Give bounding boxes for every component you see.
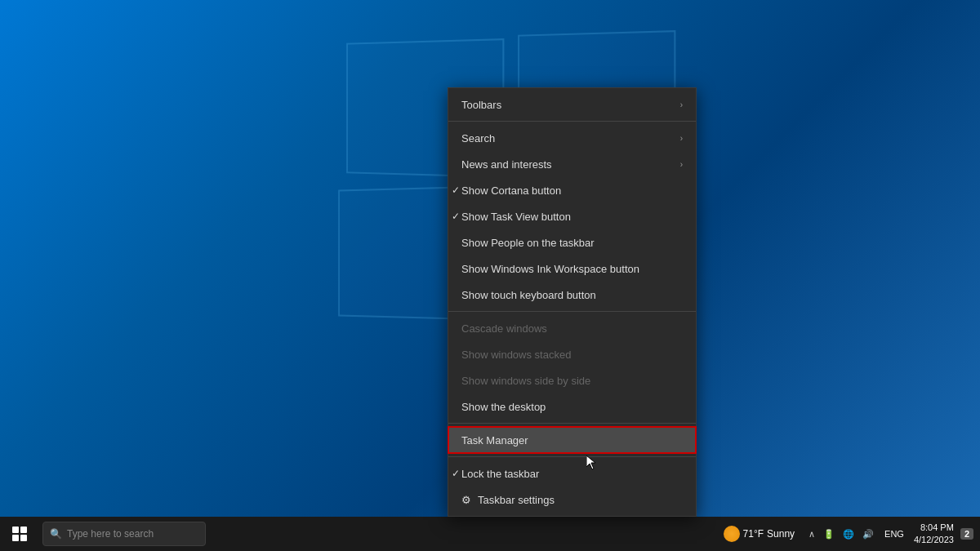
menu-item-lock-taskbar[interactable]: ✓Lock the taskbar	[448, 460, 696, 487]
weather-condition: Sunny	[767, 528, 795, 540]
start-button[interactable]	[0, 517, 39, 551]
clock-date: 4/12/2023	[914, 534, 954, 546]
taskbar: 🔍 Type here to search 71°F Sunny ∧ 🔋 🌐 🔊…	[0, 517, 980, 551]
menu-label-show-desktop: Show the desktop	[461, 401, 546, 413]
separator-after-toolbars	[448, 121, 696, 122]
network-icon: 🌐	[840, 527, 857, 541]
menu-item-show-stacked: Show windows stacked	[448, 341, 696, 367]
arrow-icon-news-interests: ›	[680, 160, 683, 169]
menu-label-show-cortana: Show Cortana button	[461, 184, 561, 197]
menu-label-search: Search	[461, 132, 495, 144]
menu-item-show-side-by-side: Show windows side by side	[448, 367, 696, 393]
clock-time: 8:04 PM	[920, 522, 954, 534]
desktop: Toolbars›Search›News and interests›✓Show…	[0, 0, 980, 551]
taskbar-weather[interactable]: 71°F Sunny	[717, 517, 802, 551]
menu-item-show-desktop[interactable]: Show the desktop	[448, 393, 696, 420]
menu-item-taskbar-settings[interactable]: ⚙Taskbar settings	[448, 487, 696, 513]
menu-label-show-side-by-side: Show windows side by side	[461, 375, 590, 387]
checkmark-lock-taskbar: ✓	[452, 468, 460, 479]
gear-icon: ⚙	[461, 494, 471, 506]
menu-item-news-interests[interactable]: News and interests›	[448, 151, 696, 177]
context-menu: Toolbars›Search›News and interests›✓Show…	[448, 87, 697, 517]
battery-icon: 🔋	[821, 527, 837, 541]
menu-item-show-people[interactable]: Show People on the taskbar	[448, 229, 696, 256]
taskbar-clock[interactable]: 8:04 PM 4/12/2023	[909, 522, 959, 547]
weather-temp: 71°F	[743, 528, 764, 540]
menu-label-taskbar-settings: Taskbar settings	[478, 494, 555, 506]
menu-label-news-interests: News and interests	[461, 158, 552, 171]
start-icon	[12, 527, 27, 541]
arrow-icon-search: ›	[680, 134, 683, 143]
menu-label-toolbars: Toolbars	[461, 99, 501, 111]
menu-label-show-ink: Show Windows Ink Workspace button	[461, 263, 639, 275]
menu-item-toolbars[interactable]: Toolbars›	[448, 91, 696, 118]
chevron-up-icon[interactable]: ∧	[806, 527, 817, 541]
separator-after-show-touch-keyboard	[448, 311, 696, 312]
menu-label-task-manager: Task Manager	[461, 434, 528, 447]
menu-label-show-people: Show People on the taskbar	[461, 237, 595, 249]
search-glass-icon: 🔍	[50, 528, 62, 540]
menu-item-cascade-windows: Cascade windows	[448, 315, 696, 341]
arrow-icon-toolbars: ›	[680, 100, 683, 109]
separator-after-show-desktop	[448, 423, 696, 424]
menu-label-lock-taskbar: Lock the taskbar	[461, 468, 539, 480]
menu-label-cascade-windows: Cascade windows	[461, 322, 547, 335]
menu-item-search[interactable]: Search›	[448, 125, 696, 151]
volume-icon: 🔊	[860, 527, 876, 541]
separator-after-task-manager	[448, 456, 696, 457]
checkmark-show-task-view: ✓	[452, 211, 460, 222]
menu-item-show-cortana[interactable]: ✓Show Cortana button	[448, 177, 696, 203]
menu-label-show-touch-keyboard: Show touch keyboard button	[461, 289, 596, 301]
notification-badge[interactable]: 2	[960, 528, 973, 540]
weather-sun-icon	[724, 526, 740, 542]
checkmark-show-cortana: ✓	[452, 184, 460, 196]
menu-label-show-task-view: Show Task View button	[461, 211, 571, 223]
menu-item-show-touch-keyboard[interactable]: Show touch keyboard button	[448, 282, 696, 308]
menu-item-show-ink[interactable]: Show Windows Ink Workspace button	[448, 256, 696, 282]
menu-item-show-task-view[interactable]: ✓Show Task View button	[448, 203, 696, 229]
menu-label-show-stacked: Show windows stacked	[461, 349, 571, 361]
taskbar-right: 71°F Sunny ∧ 🔋 🌐 🔊 ENG 8:04 PM 4/12/2023…	[717, 517, 980, 551]
language-indicator: ENG	[881, 529, 907, 539]
system-tray: ∧ 🔋 🌐 🔊	[803, 517, 880, 551]
search-placeholder: Type here to search	[67, 528, 154, 540]
taskbar-search[interactable]: 🔍 Type here to search	[42, 522, 206, 546]
menu-item-task-manager[interactable]: Task Manager	[448, 427, 696, 453]
